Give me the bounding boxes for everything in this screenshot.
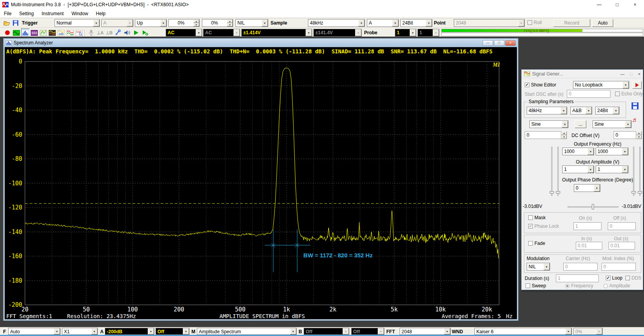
- dc-offset-a-stepper[interactable]: ▲▼: [561, 131, 567, 139]
- spectrum-analyzer-icon[interactable]: [21, 28, 30, 37]
- data-logger-icon[interactable]: [48, 28, 57, 37]
- app-minimize-button[interactable]: —: [590, 0, 608, 9]
- trigger-mode-combo[interactable]: Normal▼: [55, 19, 100, 27]
- fft-size-combo[interactable]: 2048▼: [400, 328, 451, 335]
- waveform-more-button[interactable]: ...: [575, 120, 586, 128]
- fade-checkbox[interactable]: Fade: [528, 241, 545, 246]
- menu-window[interactable]: Window: [67, 9, 92, 18]
- auto-button[interactable]: Auto: [592, 19, 613, 27]
- window-function-combo[interactable]: Kaiser 6▼: [474, 328, 572, 335]
- output-phase-combo[interactable]: 0▼: [574, 184, 600, 192]
- waveform-b-combo[interactable]: Sine▼: [593, 120, 632, 128]
- gen-close-button[interactable]: ×: [638, 72, 640, 76]
- chevron-down-icon: ▼: [562, 121, 568, 128]
- a-mode-combo[interactable]: Off▼: [156, 328, 189, 335]
- spectrum-restore-button[interactable]: □: [494, 40, 504, 46]
- spin-up-icon[interactable]: ▲: [227, 19, 233, 23]
- save-waveform-icon[interactable]: [631, 102, 639, 110]
- menu-file[interactable]: File: [0, 9, 15, 18]
- menu-help[interactable]: Help: [92, 9, 110, 18]
- amplitude-slider-a1[interactable]: [551, 147, 552, 196]
- slider-handle[interactable]: [632, 191, 636, 194]
- spin-down-icon[interactable]: ▼: [227, 23, 233, 26]
- sweep-checkbox[interactable]: Sweep: [525, 283, 546, 289]
- range-a-combo[interactable]: ±1.414V▼: [241, 29, 312, 37]
- dc-offset-label: DC Offset (V): [571, 133, 600, 138]
- chevron-down-icon: ▼: [613, 107, 619, 114]
- app-maximize-button[interactable]: □: [608, 0, 626, 9]
- spin-down-icon[interactable]: ▼: [193, 23, 199, 26]
- multimeter-icon[interactable]: 888: [30, 28, 39, 37]
- spectrum-3d-plot-icon[interactable]: [39, 28, 48, 37]
- coupling-a-combo[interactable]: AC▼: [166, 29, 202, 37]
- menu-setting[interactable]: Setting: [15, 9, 37, 18]
- gen-bits-combo[interactable]: 24Bit▼: [595, 107, 619, 114]
- signal-generator-icon[interactable]: [66, 28, 74, 37]
- amplitude-slider-b1[interactable]: [633, 147, 634, 196]
- modulation-type-combo[interactable]: NIL▼: [527, 263, 550, 271]
- dc-offset-b-input[interactable]: 0: [614, 131, 636, 139]
- workspace: Spectrum Analyzer — □ × A(dBFS)A: Peak F…: [0, 37, 644, 327]
- amplitude-slider-b2[interactable]: [639, 147, 640, 196]
- spectrum-plot[interactable]: 0-20-40-60-80-100-120-140-160-180-200205…: [5, 55, 517, 312]
- show-editor-checkbox[interactable]: ✓Show Editor: [525, 82, 556, 88]
- output-frequency-b-combo[interactable]: 1000▼: [596, 148, 628, 155]
- run-loop-icon[interactable]: [141, 28, 149, 37]
- output-frequency-label: Output Frequency (Hz): [557, 141, 639, 147]
- app-titlebar[interactable]: Multi-Instrument Pro 3.8 - [+3DP+DLG+LCR…: [0, 0, 644, 9]
- bit-depth-combo[interactable]: 24Bit▼: [400, 19, 432, 27]
- trigger-level-spinner[interactable]: 0%▲▼: [168, 19, 200, 27]
- spectrum-close-button[interactable]: ×: [505, 40, 516, 46]
- oscilloscope-icon[interactable]: [12, 28, 21, 37]
- menu-instrument[interactable]: Instrument: [38, 9, 68, 18]
- chevron-down-icon: ▼: [183, 328, 189, 334]
- display-mode-combo[interactable]: Amplitude Spectrum▼: [197, 328, 297, 335]
- output-frequency-a-combo[interactable]: 1000▼: [562, 148, 594, 155]
- slider-handle[interactable]: [556, 191, 560, 194]
- trigger-edge-combo[interactable]: Up▼: [135, 19, 167, 27]
- speaker-icon[interactable]: [123, 28, 131, 37]
- input-level-meter: 71%(-3.0 dBFS): [441, 29, 643, 37]
- dc-offset-a-input[interactable]: 0: [525, 131, 561, 139]
- measurement-readout: A(dBFS)A: Peak Frequency= 1.0000 kHz THD…: [5, 47, 517, 55]
- loopback-combo[interactable]: No Loopback▼: [573, 81, 629, 89]
- spin-up-icon[interactable]: ▲: [193, 19, 199, 23]
- output-amplitude-b-combo[interactable]: 1▼: [596, 165, 628, 173]
- gen-sample-rate-combo[interactable]: 48kHz▼: [527, 107, 567, 114]
- probe-a-combo[interactable]: 1▼: [395, 29, 416, 37]
- dc-offset-b-stepper[interactable]: ▲▼: [636, 131, 642, 139]
- generator-run-button[interactable]: [632, 81, 642, 89]
- score-library-icon[interactable]: ♬: [631, 116, 639, 124]
- chevron-down-icon: ▼: [127, 19, 133, 26]
- trigger-delay-spinner[interactable]: 0%▲▼: [202, 19, 233, 27]
- gen-minimize-button[interactable]: —: [620, 72, 625, 76]
- device-test-plan-icon[interactable]: 000: [57, 28, 65, 37]
- open-file-icon[interactable]: [2, 19, 11, 27]
- loop-checkbox[interactable]: ✓Loop: [606, 275, 623, 281]
- app-close-button[interactable]: ×: [626, 0, 644, 9]
- slider-handle[interactable]: [550, 191, 554, 194]
- hpf-combo[interactable]: NIL▼: [235, 19, 268, 27]
- mask-checkbox[interactable]: Mask: [528, 215, 546, 220]
- ddp-viewer-icon[interactable]: DDP: [75, 28, 83, 37]
- record-icon[interactable]: [3, 28, 12, 37]
- frequency-axis-combo[interactable]: Auto▼: [8, 328, 60, 335]
- spectrum-minimize-button[interactable]: —: [483, 40, 493, 46]
- gen-channels-combo[interactable]: A&B▼: [570, 107, 592, 114]
- slider-handle[interactable]: [638, 191, 642, 194]
- probe-calibration-icon[interactable]: [114, 28, 122, 37]
- spectrum-window-titlebar[interactable]: Spectrum Analyzer — □ ×: [5, 39, 517, 47]
- waveform-a-combo[interactable]: Sine▼: [529, 120, 568, 128]
- balance-slider-handle[interactable]: [592, 204, 594, 209]
- chevron-down-icon: ▼: [306, 29, 312, 36]
- coupling-b-combo: AC▼: [203, 29, 240, 37]
- a-range-combo[interactable]: -200dB▼: [105, 328, 154, 335]
- output-amplitude-a-combo[interactable]: 1▼: [562, 165, 594, 173]
- signal-generator-titlebar[interactable]: Signal Gener... — □ ×: [522, 70, 643, 78]
- run-icon[interactable]: [132, 28, 140, 37]
- x-zoom-combo[interactable]: X1▼: [62, 328, 98, 335]
- channel-combo[interactable]: A▼: [367, 19, 399, 27]
- save-icon[interactable]: [11, 19, 20, 27]
- amplitude-slider-a2[interactable]: [557, 147, 559, 196]
- sample-rate-combo[interactable]: 48kHz▼: [308, 19, 365, 27]
